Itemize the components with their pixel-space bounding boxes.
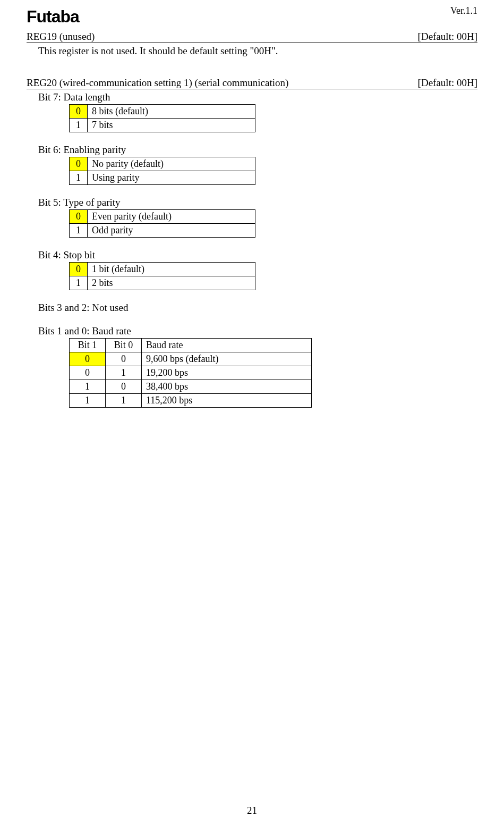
baud-r3-rate: 115,200 bps xyxy=(142,394,312,408)
bit5-desc-0: Even parity (default) xyxy=(88,210,255,224)
table-row: 0 1 19,200 bps xyxy=(70,366,312,380)
bit6-val-1: 1 xyxy=(70,171,88,185)
page-number: 21 xyxy=(0,805,504,816)
baud-r0-rate: 9,600 bps (default) xyxy=(142,352,312,366)
bit5-val-1: 1 xyxy=(70,224,88,238)
bits32-title: Bits 3 and 2: Not used xyxy=(38,302,477,314)
baud-r1-rate: 19,200 bps xyxy=(142,366,312,380)
baud-r3-b0: 1 xyxy=(106,394,142,408)
baud-r0-b1: 0 xyxy=(70,352,106,366)
baud-r3-b1: 1 xyxy=(70,394,106,408)
bit6-table: 0 No parity (default) 1 Using parity xyxy=(69,157,255,185)
bit6-desc-1: Using parity xyxy=(88,171,255,185)
bit5-desc-1: Odd parity xyxy=(88,224,255,238)
baud-r1-b0: 1 xyxy=(106,366,142,380)
table-row: 0 1 bit (default) xyxy=(70,263,255,276)
bit4-val-0: 0 xyxy=(70,263,88,276)
table-row: 0 Even parity (default) xyxy=(70,210,255,224)
baud-head-rate: Baud rate xyxy=(142,339,312,352)
bit7-section: Bit 7: Data length 0 8 bits (default) 1 … xyxy=(38,91,477,132)
reg19-header: REG19 (unused) [Default: 00H] xyxy=(27,31,477,43)
reg20-title: REG20 (wired-communication setting 1) (s… xyxy=(27,77,288,89)
reg20-header: REG20 (wired-communication setting 1) (s… xyxy=(27,77,477,89)
bits10-title: Bits 1 and 0: Baud rate xyxy=(38,325,477,337)
bit6-val-0: 0 xyxy=(70,157,88,171)
baud-r2-b1: 1 xyxy=(70,380,106,394)
table-row: 0 8 bits (default) xyxy=(70,105,255,119)
bit4-title: Bit 4: Stop bit xyxy=(38,249,477,261)
bit7-val-1: 1 xyxy=(70,119,88,132)
brand-logo: Futaba xyxy=(27,7,477,27)
bit7-title: Bit 7: Data length xyxy=(38,91,477,103)
baud-r0-b0: 0 xyxy=(106,352,142,366)
baud-table: Bit 1 Bit 0 Baud rate 0 0 9,600 bps (def… xyxy=(69,338,312,408)
bit4-table: 0 1 bit (default) 1 2 bits xyxy=(69,262,255,290)
table-row: 1 2 bits xyxy=(70,276,255,290)
reg20-default: [Default: 00H] xyxy=(418,77,477,89)
table-row: 1 7 bits xyxy=(70,119,255,132)
table-row: 1 Odd parity xyxy=(70,224,255,238)
baud-r2-rate: 38,400 bps xyxy=(142,380,312,394)
bit7-desc-1: 7 bits xyxy=(88,119,255,132)
table-row: 1 0 38,400 bps xyxy=(70,380,312,394)
table-row: Bit 1 Bit 0 Baud rate xyxy=(70,339,312,352)
table-row: 0 No parity (default) xyxy=(70,157,255,171)
reg19-default: [Default: 00H] xyxy=(418,31,477,43)
bit7-table: 0 8 bits (default) 1 7 bits xyxy=(69,104,255,132)
bit5-title: Bit 5: Type of parity xyxy=(38,197,477,208)
bit6-desc-0: No parity (default) xyxy=(88,157,255,171)
bit7-val-0: 0 xyxy=(70,105,88,119)
bit5-val-0: 0 xyxy=(70,210,88,224)
table-row: 1 1 115,200 bps xyxy=(70,394,312,408)
reg19-title: REG19 (unused) xyxy=(27,31,95,43)
baud-r1-b1: 0 xyxy=(70,366,106,380)
baud-r2-b0: 0 xyxy=(106,380,142,394)
bit6-section: Bit 6: Enabling parity 0 No parity (defa… xyxy=(38,144,477,185)
reg19-body: This register is not used. It should be … xyxy=(27,45,477,57)
bit5-table: 0 Even parity (default) 1 Odd parity xyxy=(69,209,255,238)
bit5-section: Bit 5: Type of parity 0 Even parity (def… xyxy=(38,197,477,238)
baud-head-bit0: Bit 0 xyxy=(106,339,142,352)
bit4-section: Bit 4: Stop bit 0 1 bit (default) 1 2 bi… xyxy=(38,249,477,290)
bits32-section: Bits 3 and 2: Not used xyxy=(38,302,477,314)
table-row: 1 Using parity xyxy=(70,171,255,185)
bit7-desc-0: 8 bits (default) xyxy=(88,105,255,119)
table-row: 0 0 9,600 bps (default) xyxy=(70,352,312,366)
bits10-section: Bits 1 and 0: Baud rate Bit 1 Bit 0 Baud… xyxy=(38,325,477,408)
baud-head-bit1: Bit 1 xyxy=(70,339,106,352)
bit4-val-1: 1 xyxy=(70,276,88,290)
bit6-title: Bit 6: Enabling parity xyxy=(38,144,477,156)
bit4-desc-1: 2 bits xyxy=(88,276,255,290)
bit4-desc-0: 1 bit (default) xyxy=(88,263,255,276)
